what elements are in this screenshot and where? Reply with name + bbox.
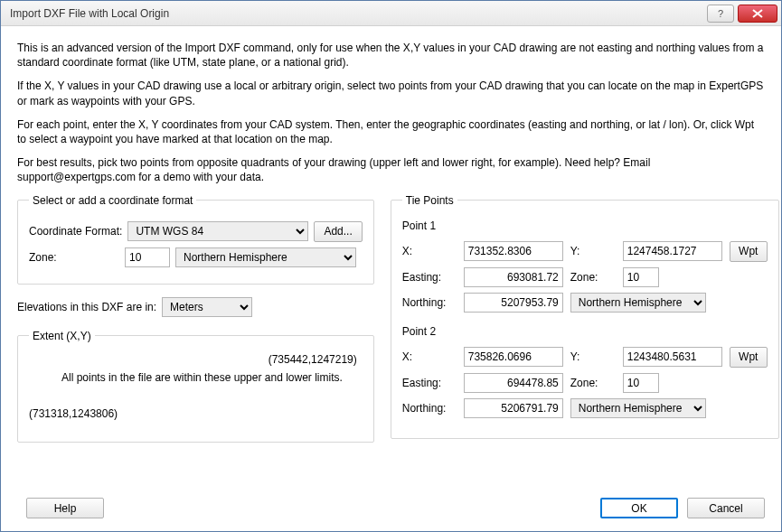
help-icon[interactable]: ?	[707, 5, 734, 23]
extent-upper: (735442,1247219)	[269, 353, 357, 366]
p2-hemi-select[interactable]: Northern Hemisphere	[570, 398, 706, 418]
p2-northing-label: Northing:	[402, 402, 457, 415]
ok-button[interactable]: OK	[600, 498, 678, 518]
cancel-button[interactable]: Cancel	[687, 498, 765, 518]
coord-format-select[interactable]: UTM WGS 84	[127, 221, 308, 241]
p1-x-label: X:	[402, 245, 457, 257]
coord-format-label: Coordinate Format:	[29, 225, 122, 238]
p1-northing-input[interactable]	[464, 293, 563, 313]
tie-points-legend: Tie Points	[402, 194, 457, 207]
zone-input[interactable]	[125, 247, 170, 267]
p1-y-input[interactable]	[623, 241, 722, 261]
point2-title: Point 2	[402, 325, 768, 338]
p2-zone-input[interactable]	[623, 373, 659, 393]
p1-wpt-button[interactable]: Wpt	[730, 241, 768, 262]
dialog-window: Import DXF File with Local Origin ? This…	[0, 0, 782, 532]
tie-points-group: Tie Points Point 1 X: Y: Wpt Easting: Zo…	[391, 194, 779, 439]
elev-label: Elevations in this DXF are in:	[17, 301, 156, 313]
p1-northing-label: Northing:	[402, 296, 457, 309]
coord-format-group: Select or add a coordinate format Coordi…	[17, 194, 374, 285]
intro-p2: If the X, Y values in your CAD drawing u…	[17, 79, 765, 107]
p2-y-label: Y:	[570, 350, 616, 363]
intro-p4: For best results, pick two points from o…	[17, 155, 765, 184]
intro-p1: This is an advanced version of the Impor…	[17, 41, 765, 70]
p1-y-label: Y:	[570, 245, 616, 257]
p2-x-label: X:	[402, 350, 457, 363]
intro-p3: For each point, enter the X, Y coordinat…	[17, 117, 765, 146]
p2-zone-label: Zone:	[570, 377, 616, 389]
p1-zone-input[interactable]	[623, 267, 659, 287]
extent-group: Extent (X,Y) (735442,1247219) All points…	[17, 330, 374, 443]
p1-easting-label: Easting:	[402, 271, 457, 284]
elev-units-select[interactable]: Meters	[162, 297, 252, 317]
p2-wpt-button[interactable]: Wpt	[730, 347, 768, 368]
p1-x-input[interactable]	[464, 241, 563, 261]
p1-easting-input[interactable]	[464, 267, 563, 287]
p2-y-input[interactable]	[623, 347, 722, 367]
title-bar: Import DXF File with Local Origin ?	[1, 1, 781, 26]
p1-zone-label: Zone:	[570, 271, 616, 284]
p1-hemi-select[interactable]: Northern Hemisphere	[570, 293, 706, 313]
window-title: Import DXF File with Local Origin	[10, 7, 703, 20]
extent-lower: (731318,1243806)	[29, 407, 118, 420]
zone-label: Zone:	[29, 251, 119, 264]
dialog-content: This is an advanced version of the Impor…	[1, 26, 781, 531]
coord-format-legend: Select or add a coordinate format	[29, 194, 196, 207]
extent-desc: All points in the file are within these …	[61, 371, 343, 384]
extent-legend: Extent (X,Y)	[29, 330, 95, 342]
intro-text: This is an advanced version of the Impor…	[17, 41, 765, 185]
p2-x-input[interactable]	[464, 347, 563, 367]
point1-title: Point 1	[402, 219, 768, 232]
p2-northing-input[interactable]	[464, 398, 563, 418]
help-button[interactable]: Help	[26, 498, 104, 518]
p2-easting-input[interactable]	[464, 373, 563, 393]
add-format-button[interactable]: Add...	[314, 221, 362, 242]
p2-easting-label: Easting:	[402, 377, 457, 389]
hemisphere-select[interactable]: Northern Hemisphere	[175, 247, 356, 267]
dialog-footer: Help OK Cancel	[17, 498, 765, 518]
close-icon[interactable]	[738, 5, 777, 23]
